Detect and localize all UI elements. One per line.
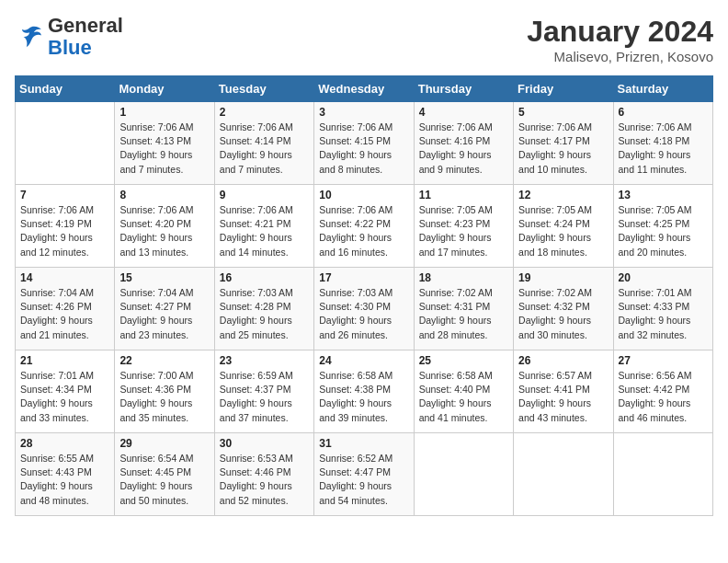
day-number: 26 [518, 354, 608, 367]
day-info: Sunrise: 7:05 AM Sunset: 4:24 PM Dayligh… [518, 203, 608, 259]
day-cell: 9Sunrise: 7:06 AM Sunset: 4:21 PM Daylig… [214, 185, 313, 268]
day-cell: 28Sunrise: 6:55 AM Sunset: 4:43 PM Dayli… [16, 433, 115, 516]
day-cell: 13Sunrise: 7:05 AM Sunset: 4:25 PM Dayli… [613, 185, 712, 268]
day-info: Sunrise: 7:02 AM Sunset: 4:32 PM Dayligh… [518, 286, 608, 342]
page-header: GeneralBlue January 2024 Malisevo, Prizr… [15, 15, 713, 64]
day-info: Sunrise: 7:06 AM Sunset: 4:18 PM Dayligh… [619, 121, 708, 177]
day-cell: 1Sunrise: 7:06 AM Sunset: 4:13 PM Daylig… [115, 102, 214, 185]
day-number: 14 [20, 271, 109, 284]
header-saturday: Saturday [613, 76, 712, 102]
calendar-title: January 2024 [527, 15, 713, 49]
day-info: Sunrise: 6:52 AM Sunset: 4:47 PM Dayligh… [319, 452, 408, 508]
logo: GeneralBlue [15, 15, 123, 59]
day-cell: 6Sunrise: 7:06 AM Sunset: 4:18 PM Daylig… [613, 102, 712, 185]
day-info: Sunrise: 6:55 AM Sunset: 4:43 PM Dayligh… [20, 452, 109, 508]
day-cell: 4Sunrise: 7:06 AM Sunset: 4:16 PM Daylig… [414, 102, 513, 185]
day-info: Sunrise: 7:06 AM Sunset: 4:22 PM Dayligh… [319, 203, 408, 259]
day-number: 30 [220, 437, 309, 450]
day-info: Sunrise: 7:05 AM Sunset: 4:23 PM Dayligh… [419, 203, 508, 259]
day-info: Sunrise: 7:00 AM Sunset: 4:36 PM Dayligh… [119, 369, 209, 425]
header-wednesday: Wednesday [314, 76, 414, 102]
header-friday: Friday [514, 76, 613, 102]
day-number: 28 [20, 437, 109, 450]
day-number: 1 [119, 106, 209, 119]
day-cell: 16Sunrise: 7:03 AM Sunset: 4:28 PM Dayli… [214, 268, 313, 350]
day-cell: 18Sunrise: 7:02 AM Sunset: 4:31 PM Dayli… [414, 268, 513, 350]
day-cell: 29Sunrise: 6:54 AM Sunset: 4:45 PM Dayli… [115, 433, 214, 516]
week-row-2: 14Sunrise: 7:04 AM Sunset: 4:26 PM Dayli… [16, 268, 713, 350]
day-cell [414, 433, 513, 516]
day-info: Sunrise: 7:06 AM Sunset: 4:17 PM Dayligh… [518, 121, 608, 177]
day-cell: 21Sunrise: 7:01 AM Sunset: 4:34 PM Dayli… [16, 350, 115, 433]
day-info: Sunrise: 7:06 AM Sunset: 4:20 PM Dayligh… [119, 203, 209, 259]
day-info: Sunrise: 7:06 AM Sunset: 4:13 PM Dayligh… [119, 121, 209, 177]
day-number: 6 [619, 106, 708, 119]
day-info: Sunrise: 7:03 AM Sunset: 4:30 PM Dayligh… [319, 286, 408, 342]
day-info: Sunrise: 7:06 AM Sunset: 4:19 PM Dayligh… [20, 203, 109, 259]
day-info: Sunrise: 6:53 AM Sunset: 4:46 PM Dayligh… [220, 452, 309, 508]
day-number: 19 [518, 271, 608, 284]
day-cell: 3Sunrise: 7:06 AM Sunset: 4:15 PM Daylig… [314, 102, 414, 185]
day-number: 7 [20, 189, 109, 201]
calendar-table: SundayMondayTuesdayWednesdayThursdayFrid… [15, 75, 713, 516]
day-cell: 19Sunrise: 7:02 AM Sunset: 4:32 PM Dayli… [514, 268, 613, 350]
day-info: Sunrise: 7:05 AM Sunset: 4:25 PM Dayligh… [619, 203, 708, 259]
day-cell [16, 102, 115, 185]
day-number: 5 [518, 106, 608, 119]
day-info: Sunrise: 7:06 AM Sunset: 4:14 PM Dayligh… [220, 121, 309, 177]
day-number: 15 [119, 271, 209, 284]
day-info: Sunrise: 7:03 AM Sunset: 4:28 PM Dayligh… [220, 286, 309, 342]
day-info: Sunrise: 6:56 AM Sunset: 4:42 PM Dayligh… [619, 369, 708, 425]
day-number: 24 [319, 354, 408, 367]
day-number: 10 [319, 189, 408, 201]
day-cell: 12Sunrise: 7:05 AM Sunset: 4:24 PM Dayli… [514, 185, 613, 268]
day-cell: 23Sunrise: 6:59 AM Sunset: 4:37 PM Dayli… [214, 350, 313, 433]
day-cell [613, 433, 712, 516]
day-number: 3 [319, 106, 408, 119]
day-cell: 25Sunrise: 6:58 AM Sunset: 4:40 PM Dayli… [414, 350, 513, 433]
day-number: 2 [220, 106, 309, 119]
day-number: 20 [619, 271, 708, 284]
day-cell: 15Sunrise: 7:04 AM Sunset: 4:27 PM Dayli… [115, 268, 214, 350]
day-number: 9 [220, 189, 309, 201]
day-info: Sunrise: 6:54 AM Sunset: 4:45 PM Dayligh… [119, 452, 209, 508]
day-info: Sunrise: 7:04 AM Sunset: 4:26 PM Dayligh… [20, 286, 109, 342]
day-info: Sunrise: 7:04 AM Sunset: 4:27 PM Dayligh… [119, 286, 209, 342]
calendar-subtitle: Malisevo, Prizren, Kosovo [527, 49, 713, 64]
day-cell: 22Sunrise: 7:00 AM Sunset: 4:36 PM Dayli… [115, 350, 214, 433]
day-number: 17 [319, 271, 408, 284]
header-monday: Monday [115, 76, 214, 102]
header-tuesday: Tuesday [214, 76, 313, 102]
day-cell: 14Sunrise: 7:04 AM Sunset: 4:26 PM Dayli… [16, 268, 115, 350]
day-cell [514, 433, 613, 516]
day-info: Sunrise: 6:57 AM Sunset: 4:41 PM Dayligh… [518, 369, 608, 425]
day-info: Sunrise: 7:01 AM Sunset: 4:34 PM Dayligh… [20, 369, 109, 425]
day-info: Sunrise: 7:02 AM Sunset: 4:31 PM Dayligh… [419, 286, 508, 342]
day-cell: 11Sunrise: 7:05 AM Sunset: 4:23 PM Dayli… [414, 185, 513, 268]
day-cell: 30Sunrise: 6:53 AM Sunset: 4:46 PM Dayli… [214, 433, 313, 516]
day-cell: 26Sunrise: 6:57 AM Sunset: 4:41 PM Dayli… [514, 350, 613, 433]
title-block: January 2024 Malisevo, Prizren, Kosovo [527, 15, 713, 64]
week-row-4: 28Sunrise: 6:55 AM Sunset: 4:43 PM Dayli… [16, 433, 713, 516]
calendar-header-row: SundayMondayTuesdayWednesdayThursdayFrid… [16, 76, 713, 102]
day-cell: 8Sunrise: 7:06 AM Sunset: 4:20 PM Daylig… [115, 185, 214, 268]
day-cell: 2Sunrise: 7:06 AM Sunset: 4:14 PM Daylig… [214, 102, 313, 185]
day-info: Sunrise: 7:06 AM Sunset: 4:15 PM Dayligh… [319, 121, 408, 177]
day-cell: 27Sunrise: 6:56 AM Sunset: 4:42 PM Dayli… [613, 350, 712, 433]
day-number: 27 [619, 354, 708, 367]
day-info: Sunrise: 7:01 AM Sunset: 4:33 PM Dayligh… [619, 286, 708, 342]
logo-icon [15, 22, 44, 52]
day-number: 11 [419, 189, 508, 201]
day-number: 22 [119, 354, 209, 367]
day-info: Sunrise: 6:59 AM Sunset: 4:37 PM Dayligh… [220, 369, 309, 425]
day-number: 23 [220, 354, 309, 367]
day-number: 29 [119, 437, 209, 450]
day-info: Sunrise: 7:06 AM Sunset: 4:16 PM Dayligh… [419, 121, 508, 177]
day-info: Sunrise: 6:58 AM Sunset: 4:38 PM Dayligh… [319, 369, 408, 425]
day-cell: 17Sunrise: 7:03 AM Sunset: 4:30 PM Dayli… [314, 268, 414, 350]
day-number: 31 [319, 437, 408, 450]
day-number: 18 [419, 271, 508, 284]
day-number: 13 [619, 189, 708, 201]
day-number: 21 [20, 354, 109, 367]
logo-text: GeneralBlue [48, 15, 123, 59]
